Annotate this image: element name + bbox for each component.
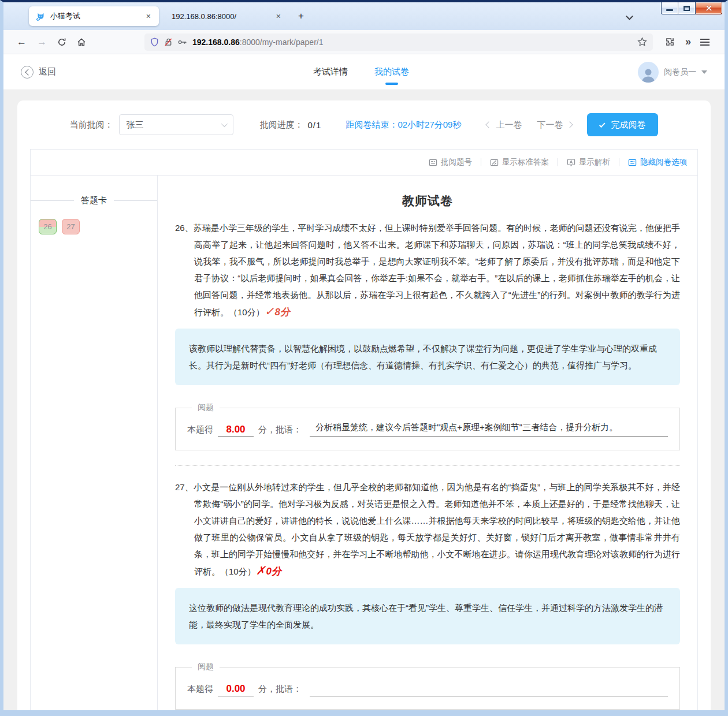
bookmark-star-icon[interactable] [637,37,647,47]
comment-input[interactable] [310,681,668,696]
browser-tab-active[interactable]: 小猫考试 × [29,6,159,26]
minimize-icon [666,9,673,11]
back-button[interactable]: 返回 [21,66,56,79]
question-text: 27、小文是一位刚从外地转过来的学生，但几乎全校的老师都知道他，因为他是有名的“… [175,479,680,580]
list-tabs-chevron-icon[interactable] [626,13,633,20]
progress-value: 0/1 [308,120,322,130]
tab-exam-detail[interactable]: 考试详情 [313,66,348,77]
review-fieldset: 阅题 本题得 8.00 分，批语： 分析稍显笼统，建议今后答题时"观点+原理+案… [175,402,680,450]
next-paper-label: 下一卷 [537,120,563,130]
check-mark-icon: ✓ [265,305,274,318]
paper-panel: 批阅题号 显示标准答案 显示解析 隐藏阅卷选项 [30,149,698,716]
browser-window: 小猫考试 × 192.168.0.86:8000/ × + ← → [0,0,728,716]
lock-disabled-icon[interactable] [164,38,173,47]
nav-forward-button[interactable]: → [37,37,47,47]
answer-card-title: 答题卡 [31,195,157,206]
cross-mark-icon: ✗ [256,564,266,577]
tab-my-paper[interactable]: 我的试卷 [374,66,409,77]
maximize-button[interactable] [678,2,696,14]
mark-score: 0分 [266,566,281,577]
paper-title: 教师试卷 [175,193,680,209]
tab-title: 192.168.0.86:8000/ [172,12,269,21]
back-label: 返回 [39,66,56,77]
overflow-menu-icon[interactable]: » [685,36,690,48]
score-input[interactable]: 0.00 [218,683,254,696]
finish-marking-button[interactable]: 完成阅卷 [587,113,658,136]
show-standard-answer-toggle[interactable]: 显示标准答案 [490,157,549,167]
app-menu-icon[interactable] [700,39,710,46]
show-standard-answer-label: 显示标准答案 [502,157,549,167]
url-host: 192.168.0.86 [192,38,240,47]
score-input[interactable]: 8.00 [218,424,254,437]
score-prefix-label: 本题得 [187,424,213,437]
minimize-button[interactable] [661,2,678,14]
student-select[interactable]: 张三 [119,114,233,135]
score-mark: ✓8分 [265,307,290,317]
question-number-list: 26 27 [31,219,157,234]
marking-toolbar: 当前批阅： 张三 批阅进度： 0/1 距阅卷结束：02小时27分09秒 上一卷 … [17,100,711,146]
url-text[interactable]: 192.168.0.86:8000/my-mark/paper/1 [192,38,632,47]
hide-marking-options-toggle[interactable]: 隐藏阅卷选项 [628,157,687,167]
address-bar[interactable]: 192.168.0.86:8000/my-mark/paper/1 [144,33,653,51]
options-bar: 批阅题号 显示标准答案 显示解析 隐藏阅卷选项 [31,150,697,176]
question-body: 苏瑞是小学三年级的学生，平时学习成绩不太好，但上课时特别爱举手回答问题。有的时候… [194,223,680,317]
mark-question-number-label: 批阅题号 [441,157,472,167]
divider [619,158,619,166]
current-marking-label: 当前批阅： [70,120,113,130]
countdown-text: 距阅卷结束：02小时27分09秒 [346,120,461,130]
prev-paper-button[interactable]: 上一卷 [486,120,522,130]
navbar-right-tools: » [660,36,716,48]
tab-close-icon[interactable]: × [144,11,153,21]
answer-box-icon [490,158,499,167]
tab-title: 小猫考试 [50,11,139,21]
browser-tab-inactive[interactable]: 192.168.0.86:8000/ × [165,6,289,26]
answer-card-sidebar: 答题卡 26 27 [31,176,158,716]
chevron-right-icon [567,121,573,128]
next-paper-button[interactable]: 下一卷 [537,120,572,130]
review-row: 本题得 8.00 分，批语： 分析稍显笼统，建议今后答题时"观点+原理+案例细节… [187,422,668,437]
reload-icon[interactable] [57,38,66,47]
score-prefix-label: 本题得 [187,684,213,696]
card-lines-icon [429,158,437,167]
question-number: 26、 [175,223,194,233]
mark-score: 8分 [274,307,289,318]
extensions-puzzle-icon[interactable] [665,37,675,47]
student-select-value: 张三 [127,120,144,130]
review-row: 本题得 0.00 分，批语： [187,681,668,696]
paper-content: 教师试卷 26、苏瑞是小学三年级的学生，平时学习成绩不太好，但上课时特别爱举手回… [158,176,697,716]
comment-input[interactable]: 分析稍显笼统，建议今后答题时"观点+原理+案例细节"三者结合，提升分析力。 [310,422,668,437]
finish-marking-label: 完成阅卷 [611,120,645,130]
tab-close-icon[interactable]: × [274,11,283,21]
show-analysis-toggle[interactable]: 显示解析 [567,157,610,167]
paper-pager: 上一卷 下一卷 [486,120,572,130]
comment-prefix-label: 分，批语： [258,684,302,696]
card-lines-icon [628,158,637,167]
home-icon[interactable] [77,38,86,47]
key-icon[interactable] [178,39,187,46]
question-block-26: 26、苏瑞是小学三年级的学生，平时学习成绩不太好，但上课时特别爱举手回答问题。有… [175,219,680,466]
user-menu[interactable]: 阅卷员一 [638,62,707,83]
comment-prefix-label: 分，批语： [258,424,302,437]
progress-label: 批阅进度： [260,120,303,130]
panel-body: 答题卡 26 27 教师试卷 26、苏瑞是小学三年级的学生，平时学习成绩不太好，… [31,176,697,716]
review-legend: 阅题 [192,402,220,413]
show-analysis-label: 显示解析 [579,157,610,167]
url-path: :8000/my-mark/paper/1 [240,38,324,47]
new-tab-button[interactable]: + [292,9,310,23]
window-controls [661,2,722,14]
close-window-button[interactable] [696,2,722,14]
mark-question-number-toggle[interactable]: 批阅题号 [429,157,472,167]
question-27-button[interactable]: 27 [62,219,80,234]
maximize-icon [684,6,690,11]
user-name: 阅卷员一 [664,67,696,77]
prev-paper-label: 上一卷 [496,120,522,130]
review-legend: 阅题 [192,662,220,672]
cat-logo-icon [36,12,46,21]
analysis-a-icon [567,158,575,167]
shield-icon[interactable] [150,38,159,47]
nav-back-button[interactable]: ← [17,37,27,47]
browser-navbar: ← → 192.168.0.86:8000/my-mark/paper/1 [3,30,725,54]
close-icon [705,5,713,12]
question-26-button[interactable]: 26 [39,219,57,234]
question-block-27: 27、小文是一位刚从外地转过来的学生，但几乎全校的老师都知道他，因为他是有名的“… [175,479,680,716]
